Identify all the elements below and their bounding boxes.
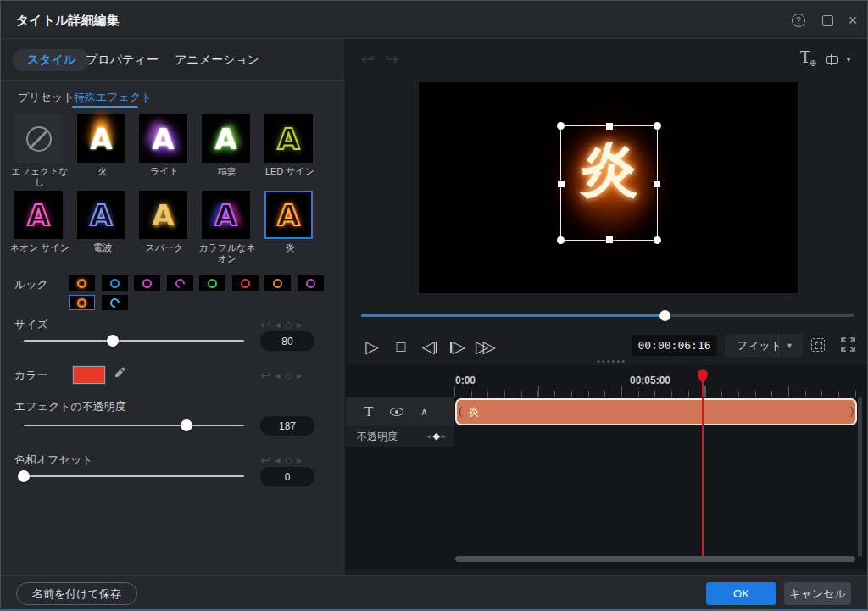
previous-frame-button[interactable]: ◁ bbox=[419, 336, 441, 358]
clip-trim-left-handle[interactable]: ( bbox=[459, 404, 462, 417]
help-button[interactable]: ? bbox=[791, 13, 806, 28]
opacity-track-label: 不透明度 bbox=[357, 430, 398, 444]
hue-slider-track[interactable] bbox=[24, 475, 244, 477]
horizontal-scrollbar[interactable] bbox=[455, 556, 855, 562]
look-swatch-cyan-crescent[interactable] bbox=[102, 295, 128, 310]
effect-opacity-slider-thumb[interactable] bbox=[181, 419, 192, 431]
look-swatch-red[interactable] bbox=[232, 275, 259, 291]
grid-toggle-button[interactable] bbox=[811, 338, 825, 352]
fast-forward-button[interactable]: ▷▷ bbox=[475, 336, 497, 358]
cancel-button[interactable]: キャンセル bbox=[784, 582, 851, 605]
subtab-special-effects[interactable]: 特殊エフェクト bbox=[74, 90, 153, 105]
opacity-keyframe-nav[interactable]: ◀ ◆ ▶ bbox=[426, 430, 446, 442]
look-swatch-magenta[interactable] bbox=[134, 275, 160, 291]
hue-slider-thumb[interactable] bbox=[18, 470, 30, 482]
effect-label: 稲妻 bbox=[194, 166, 260, 177]
video-canvas[interactable]: 炎 bbox=[419, 82, 798, 293]
effect-flame-selected[interactable]: A bbox=[264, 191, 313, 239]
resize-handle-n[interactable] bbox=[606, 123, 613, 130]
ok-button[interactable]: OK bbox=[706, 582, 776, 605]
clip-label: 炎 bbox=[469, 405, 479, 419]
playhead-pin[interactable] bbox=[698, 369, 708, 380]
add-text-button[interactable]: T⊕ bbox=[800, 50, 816, 68]
timeline-clip-flame[interactable]: ( 炎 ) bbox=[455, 398, 857, 425]
effect-label: 火 bbox=[70, 166, 136, 177]
hue-keyframe-controls[interactable]: ↩◀◇▶ bbox=[260, 453, 302, 468]
effect-opacity-label: エフェクトの不透明度 bbox=[14, 399, 126, 414]
look-swatch-amber[interactable] bbox=[264, 275, 291, 291]
look-swatch-fire-selected[interactable] bbox=[69, 295, 95, 310]
effect-none[interactable] bbox=[14, 114, 63, 163]
tab-animation[interactable]: アニメーション bbox=[175, 49, 259, 71]
hue-offset-label: 色相オフセット bbox=[14, 453, 93, 468]
size-slider-thumb[interactable] bbox=[107, 335, 119, 347]
effect-fire[interactable]: A bbox=[77, 114, 125, 163]
seek-bar-thumb[interactable] bbox=[659, 310, 670, 321]
close-icon: × bbox=[848, 11, 857, 30]
collapse-chevron-icon[interactable]: ∧ bbox=[420, 406, 428, 418]
style-panel: スタイル プロパティー アニメーション プリセット 特殊エフェクト A A A … bbox=[1, 39, 346, 575]
play-button[interactable]: ▷ bbox=[361, 336, 383, 358]
effect-colorful-neon[interactable]: A bbox=[202, 191, 250, 239]
dialog-title: タイトル詳細編集 bbox=[16, 13, 119, 29]
tab-property[interactable]: プロパティー bbox=[86, 49, 159, 71]
resize-handle-ne[interactable] bbox=[654, 122, 661, 130]
effect-lightning[interactable]: A bbox=[202, 114, 250, 163]
effect-label: ライト bbox=[131, 166, 198, 177]
clip-trim-right-handle[interactable]: ) bbox=[850, 404, 854, 417]
reset-icon: ↩ bbox=[260, 317, 271, 332]
hue-offset-value[interactable]: 0 bbox=[260, 467, 314, 486]
eyedropper-icon[interactable] bbox=[114, 367, 125, 381]
effect-opacity-value[interactable]: 187 bbox=[260, 416, 314, 436]
effect-led-sign[interactable]: A bbox=[264, 114, 313, 163]
look-swatch-green[interactable] bbox=[199, 275, 225, 291]
size-keyframe-controls[interactable]: ↩◀◇▶ bbox=[260, 317, 302, 332]
ruler-label-zero: 0:00 bbox=[455, 375, 476, 386]
resize-handle-nw[interactable] bbox=[557, 122, 565, 130]
save-as-button[interactable]: 名前を付けて保存 bbox=[16, 582, 137, 605]
look-swatch-purple[interactable] bbox=[298, 275, 324, 291]
color-keyframe-controls[interactable]: ↩◀◇▶ bbox=[260, 368, 302, 383]
resize-handle-w[interactable] bbox=[558, 181, 565, 187]
effect-spark[interactable]: A bbox=[139, 191, 187, 239]
crescent-icon bbox=[174, 276, 186, 289]
resize-handle-sw[interactable] bbox=[557, 236, 565, 244]
effect-radio-wave[interactable]: A bbox=[77, 191, 125, 239]
subtab-preset[interactable]: プリセット bbox=[18, 90, 75, 105]
playhead-line[interactable] bbox=[702, 383, 704, 558]
size-slider-track[interactable] bbox=[24, 340, 244, 342]
effect-label: LED サイン bbox=[257, 166, 323, 177]
keyframe-diamond-icon: ◆ bbox=[432, 430, 439, 442]
look-swatch-magenta-crescent[interactable] bbox=[167, 275, 193, 291]
effect-label: カラフルなネオン bbox=[194, 242, 260, 264]
prev-keyframe-icon: ◀ bbox=[275, 457, 281, 464]
vertical-scrollbar[interactable] bbox=[858, 397, 862, 557]
effect-neon-sign[interactable]: A bbox=[14, 191, 63, 239]
effect-label: エフェクトなし bbox=[7, 166, 73, 188]
resize-handle-s[interactable] bbox=[606, 236, 613, 243]
resize-handle-e[interactable] bbox=[654, 181, 660, 187]
fullscreen-button[interactable] bbox=[841, 337, 855, 354]
size-value[interactable]: 80 bbox=[260, 331, 314, 351]
look-swatch-blue[interactable] bbox=[102, 275, 128, 291]
effect-opacity-slider-track[interactable] bbox=[24, 425, 244, 426]
undo-icon[interactable]: ↩ bbox=[361, 49, 375, 69]
zoom-mode-dropdown[interactable]: フィット ▼ bbox=[725, 334, 803, 357]
maximize-button[interactable] bbox=[820, 13, 835, 28]
close-button[interactable]: × bbox=[845, 13, 860, 28]
color-swatch[interactable] bbox=[73, 366, 105, 384]
visibility-eye-icon[interactable] bbox=[390, 408, 403, 416]
next-frame-button[interactable]: ▷ bbox=[447, 336, 469, 358]
zoom-mode-value: フィット bbox=[737, 338, 782, 353]
tab-style[interactable]: スタイル bbox=[13, 49, 90, 71]
align-button[interactable]: ▼ bbox=[831, 54, 852, 65]
help-icon: ? bbox=[792, 14, 805, 27]
effect-light[interactable]: A bbox=[139, 114, 187, 163]
look-label: ルック bbox=[14, 277, 48, 292]
look-swatch-fire[interactable] bbox=[69, 275, 95, 291]
ruler-minor-ticks[interactable] bbox=[454, 391, 856, 397]
redo-icon[interactable]: ↪ bbox=[385, 49, 398, 69]
stop-button[interactable]: □ bbox=[390, 336, 412, 358]
selection-box[interactable] bbox=[560, 125, 658, 241]
resize-handle-se[interactable] bbox=[654, 236, 661, 244]
